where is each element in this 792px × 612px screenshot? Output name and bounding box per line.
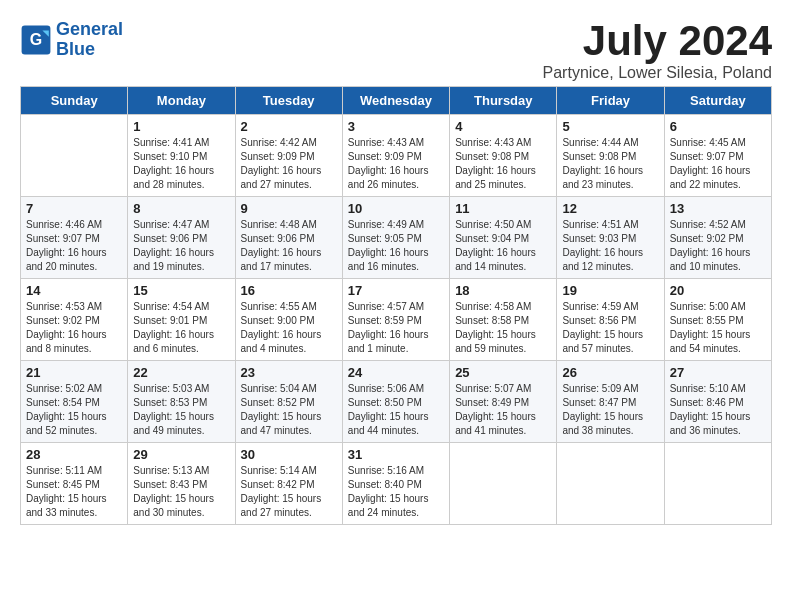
day-number: 5	[562, 119, 658, 134]
day-info: Sunrise: 4:45 AM Sunset: 9:07 PM Dayligh…	[670, 136, 766, 192]
calendar-table: SundayMondayTuesdayWednesdayThursdayFrid…	[20, 86, 772, 525]
day-cell	[21, 115, 128, 197]
day-info: Sunrise: 4:53 AM Sunset: 9:02 PM Dayligh…	[26, 300, 122, 356]
day-info: Sunrise: 4:43 AM Sunset: 9:09 PM Dayligh…	[348, 136, 444, 192]
day-cell: 5Sunrise: 4:44 AM Sunset: 9:08 PM Daylig…	[557, 115, 664, 197]
day-cell	[557, 443, 664, 525]
day-number: 15	[133, 283, 229, 298]
day-info: Sunrise: 4:47 AM Sunset: 9:06 PM Dayligh…	[133, 218, 229, 274]
day-number: 7	[26, 201, 122, 216]
logo-text: General Blue	[56, 20, 123, 60]
day-number: 12	[562, 201, 658, 216]
day-info: Sunrise: 5:11 AM Sunset: 8:45 PM Dayligh…	[26, 464, 122, 520]
day-info: Sunrise: 4:55 AM Sunset: 9:00 PM Dayligh…	[241, 300, 337, 356]
day-number: 3	[348, 119, 444, 134]
day-cell: 4Sunrise: 4:43 AM Sunset: 9:08 PM Daylig…	[450, 115, 557, 197]
day-header-wednesday: Wednesday	[342, 87, 449, 115]
day-cell: 21Sunrise: 5:02 AM Sunset: 8:54 PM Dayli…	[21, 361, 128, 443]
week-row-4: 21Sunrise: 5:02 AM Sunset: 8:54 PM Dayli…	[21, 361, 772, 443]
day-number: 19	[562, 283, 658, 298]
day-cell: 1Sunrise: 4:41 AM Sunset: 9:10 PM Daylig…	[128, 115, 235, 197]
day-number: 14	[26, 283, 122, 298]
day-number: 22	[133, 365, 229, 380]
day-number: 17	[348, 283, 444, 298]
logo-line2: Blue	[56, 39, 95, 59]
day-number: 24	[348, 365, 444, 380]
day-info: Sunrise: 5:06 AM Sunset: 8:50 PM Dayligh…	[348, 382, 444, 438]
day-cell: 16Sunrise: 4:55 AM Sunset: 9:00 PM Dayli…	[235, 279, 342, 361]
week-row-1: 1Sunrise: 4:41 AM Sunset: 9:10 PM Daylig…	[21, 115, 772, 197]
day-number: 27	[670, 365, 766, 380]
day-cell: 11Sunrise: 4:50 AM Sunset: 9:04 PM Dayli…	[450, 197, 557, 279]
day-header-sunday: Sunday	[21, 87, 128, 115]
day-cell: 13Sunrise: 4:52 AM Sunset: 9:02 PM Dayli…	[664, 197, 771, 279]
day-cell: 30Sunrise: 5:14 AM Sunset: 8:42 PM Dayli…	[235, 443, 342, 525]
day-number: 21	[26, 365, 122, 380]
day-info: Sunrise: 5:09 AM Sunset: 8:47 PM Dayligh…	[562, 382, 658, 438]
day-number: 29	[133, 447, 229, 462]
day-number: 8	[133, 201, 229, 216]
day-number: 23	[241, 365, 337, 380]
day-cell: 28Sunrise: 5:11 AM Sunset: 8:45 PM Dayli…	[21, 443, 128, 525]
day-info: Sunrise: 5:00 AM Sunset: 8:55 PM Dayligh…	[670, 300, 766, 356]
day-info: Sunrise: 5:04 AM Sunset: 8:52 PM Dayligh…	[241, 382, 337, 438]
calendar-header-row: SundayMondayTuesdayWednesdayThursdayFrid…	[21, 87, 772, 115]
day-info: Sunrise: 5:10 AM Sunset: 8:46 PM Dayligh…	[670, 382, 766, 438]
title-block: July 2024 Partynice, Lower Silesia, Pola…	[543, 20, 772, 82]
day-number: 10	[348, 201, 444, 216]
page-header: G General Blue July 2024 Partynice, Lowe…	[20, 20, 772, 82]
day-info: Sunrise: 4:43 AM Sunset: 9:08 PM Dayligh…	[455, 136, 551, 192]
day-info: Sunrise: 5:07 AM Sunset: 8:49 PM Dayligh…	[455, 382, 551, 438]
day-cell: 7Sunrise: 4:46 AM Sunset: 9:07 PM Daylig…	[21, 197, 128, 279]
day-info: Sunrise: 5:14 AM Sunset: 8:42 PM Dayligh…	[241, 464, 337, 520]
day-cell: 29Sunrise: 5:13 AM Sunset: 8:43 PM Dayli…	[128, 443, 235, 525]
day-cell: 10Sunrise: 4:49 AM Sunset: 9:05 PM Dayli…	[342, 197, 449, 279]
day-cell: 8Sunrise: 4:47 AM Sunset: 9:06 PM Daylig…	[128, 197, 235, 279]
day-info: Sunrise: 4:49 AM Sunset: 9:05 PM Dayligh…	[348, 218, 444, 274]
day-number: 26	[562, 365, 658, 380]
day-cell: 6Sunrise: 4:45 AM Sunset: 9:07 PM Daylig…	[664, 115, 771, 197]
day-cell: 19Sunrise: 4:59 AM Sunset: 8:56 PM Dayli…	[557, 279, 664, 361]
day-info: Sunrise: 4:54 AM Sunset: 9:01 PM Dayligh…	[133, 300, 229, 356]
day-header-friday: Friday	[557, 87, 664, 115]
day-info: Sunrise: 4:41 AM Sunset: 9:10 PM Dayligh…	[133, 136, 229, 192]
day-cell: 23Sunrise: 5:04 AM Sunset: 8:52 PM Dayli…	[235, 361, 342, 443]
day-number: 18	[455, 283, 551, 298]
logo-line1: General	[56, 19, 123, 39]
day-cell: 15Sunrise: 4:54 AM Sunset: 9:01 PM Dayli…	[128, 279, 235, 361]
week-row-2: 7Sunrise: 4:46 AM Sunset: 9:07 PM Daylig…	[21, 197, 772, 279]
day-cell: 14Sunrise: 4:53 AM Sunset: 9:02 PM Dayli…	[21, 279, 128, 361]
day-number: 1	[133, 119, 229, 134]
day-header-saturday: Saturday	[664, 87, 771, 115]
day-number: 9	[241, 201, 337, 216]
day-cell: 25Sunrise: 5:07 AM Sunset: 8:49 PM Dayli…	[450, 361, 557, 443]
day-cell: 17Sunrise: 4:57 AM Sunset: 8:59 PM Dayli…	[342, 279, 449, 361]
day-number: 2	[241, 119, 337, 134]
day-cell: 24Sunrise: 5:06 AM Sunset: 8:50 PM Dayli…	[342, 361, 449, 443]
month-title: July 2024	[543, 20, 772, 62]
day-header-tuesday: Tuesday	[235, 87, 342, 115]
logo-icon: G	[20, 24, 52, 56]
day-cell: 9Sunrise: 4:48 AM Sunset: 9:06 PM Daylig…	[235, 197, 342, 279]
week-row-3: 14Sunrise: 4:53 AM Sunset: 9:02 PM Dayli…	[21, 279, 772, 361]
day-cell: 27Sunrise: 5:10 AM Sunset: 8:46 PM Dayli…	[664, 361, 771, 443]
day-number: 31	[348, 447, 444, 462]
day-header-thursday: Thursday	[450, 87, 557, 115]
day-number: 6	[670, 119, 766, 134]
day-number: 30	[241, 447, 337, 462]
day-info: Sunrise: 4:44 AM Sunset: 9:08 PM Dayligh…	[562, 136, 658, 192]
day-info: Sunrise: 5:16 AM Sunset: 8:40 PM Dayligh…	[348, 464, 444, 520]
day-info: Sunrise: 5:03 AM Sunset: 8:53 PM Dayligh…	[133, 382, 229, 438]
svg-text:G: G	[30, 31, 42, 48]
day-number: 25	[455, 365, 551, 380]
location: Partynice, Lower Silesia, Poland	[543, 64, 772, 82]
day-cell	[664, 443, 771, 525]
day-info: Sunrise: 4:58 AM Sunset: 8:58 PM Dayligh…	[455, 300, 551, 356]
day-info: Sunrise: 4:59 AM Sunset: 8:56 PM Dayligh…	[562, 300, 658, 356]
day-number: 13	[670, 201, 766, 216]
day-info: Sunrise: 4:50 AM Sunset: 9:04 PM Dayligh…	[455, 218, 551, 274]
day-info: Sunrise: 5:02 AM Sunset: 8:54 PM Dayligh…	[26, 382, 122, 438]
day-cell: 26Sunrise: 5:09 AM Sunset: 8:47 PM Dayli…	[557, 361, 664, 443]
day-cell: 12Sunrise: 4:51 AM Sunset: 9:03 PM Dayli…	[557, 197, 664, 279]
day-cell: 18Sunrise: 4:58 AM Sunset: 8:58 PM Dayli…	[450, 279, 557, 361]
